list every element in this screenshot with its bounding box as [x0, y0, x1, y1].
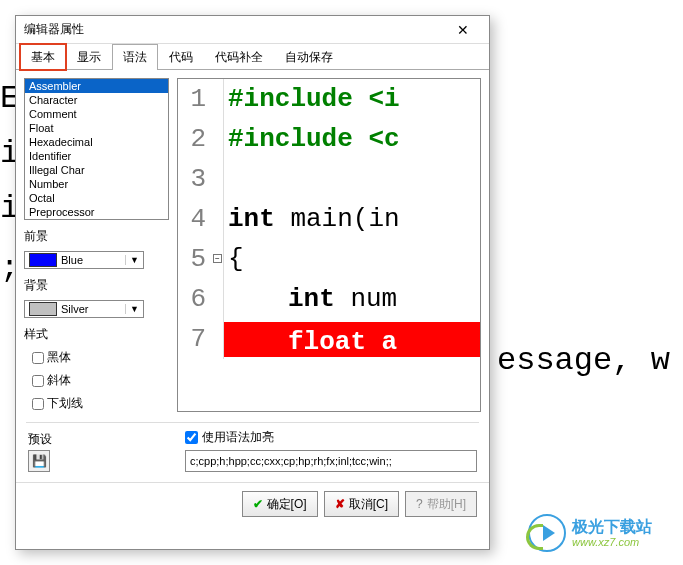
checkbox-input[interactable] — [32, 398, 44, 410]
checkbox-label: 使用语法加亮 — [202, 429, 274, 446]
button-label: 帮助[H] — [427, 496, 466, 513]
token-listbox[interactable]: Assembler Character Comment Float Hexade… — [24, 78, 169, 220]
foreground-combo[interactable]: Blue ▼ — [24, 251, 144, 269]
close-icon: ✕ — [457, 22, 469, 38]
italic-checkbox[interactable]: 斜体 — [24, 372, 169, 389]
line-number: 4 — [178, 204, 212, 234]
logo-badge-icon — [528, 514, 566, 552]
check-icon: ✔ — [253, 497, 263, 511]
checkbox-label: 下划线 — [47, 395, 83, 412]
background-combo[interactable]: Silver ▼ — [24, 300, 144, 318]
tab-display[interactable]: 显示 — [66, 44, 112, 70]
list-item[interactable]: Hexadecimal — [25, 135, 168, 149]
tab-code[interactable]: 代码 — [158, 44, 204, 70]
tab-syntax[interactable]: 语法 — [112, 44, 158, 70]
foreground-label: 前景 — [24, 228, 169, 245]
keyword-token: int — [288, 284, 335, 314]
checkbox-input[interactable] — [185, 431, 198, 444]
underline-checkbox[interactable]: 下划线 — [24, 395, 169, 412]
x-icon: ✘ — [335, 497, 345, 511]
code-text: num — [335, 284, 397, 314]
list-item[interactable]: Character — [25, 93, 168, 107]
code-text: { — [224, 244, 480, 274]
chevron-down-icon: ▼ — [125, 304, 143, 314]
code-text: main(in — [275, 204, 400, 234]
bold-checkbox[interactable]: 黑体 — [24, 349, 169, 366]
ok-button[interactable]: ✔确定[O] — [242, 491, 318, 517]
left-column: Assembler Character Comment Float Hexade… — [24, 78, 169, 412]
combo-value: Silver — [61, 303, 125, 315]
disk-icon: 💾 — [32, 454, 47, 468]
preset-button[interactable]: 💾 — [28, 450, 50, 472]
background-label: 背景 — [24, 277, 169, 294]
titlebar: 编辑器属性 ✕ — [16, 16, 489, 44]
help-button[interactable]: ?帮助[H] — [405, 491, 477, 517]
checkbox-label: 斜体 — [47, 372, 71, 389]
fold-icon[interactable]: − — [213, 254, 222, 263]
preprocessor-token: #include <i — [228, 84, 400, 114]
list-item[interactable]: Number — [25, 177, 168, 191]
preprocessor-token: #include <c — [228, 124, 400, 154]
list-item[interactable]: Comment — [25, 107, 168, 121]
list-item[interactable]: Preprocessor — [25, 205, 168, 219]
tab-code-completion[interactable]: 代码补全 — [204, 44, 274, 70]
bottom-section: 预设 💾 使用语法加亮 — [16, 425, 489, 476]
separator — [26, 422, 479, 423]
button-label: 取消[C] — [349, 496, 388, 513]
line-number: 3 — [178, 164, 212, 194]
line-number: 2 — [178, 124, 212, 154]
question-icon: ? — [416, 497, 423, 511]
site-logo: 极光下载站 www.xz7.com — [528, 509, 673, 557]
line-number: 6 — [178, 284, 212, 314]
chevron-down-icon: ▼ — [125, 255, 143, 265]
checkbox-label: 黑体 — [47, 349, 71, 366]
dialog-title: 编辑器属性 — [24, 21, 445, 38]
keyword-token: int — [228, 204, 275, 234]
logo-text-url: www.xz7.com — [572, 536, 652, 548]
dialog-body: Assembler Character Comment Float Hexade… — [16, 70, 489, 420]
syntax-highlight-checkbox[interactable]: 使用语法加亮 — [185, 429, 477, 446]
list-item[interactable]: Illegal Char — [25, 163, 168, 177]
style-label: 样式 — [24, 326, 169, 343]
list-item[interactable]: Identifier — [25, 149, 168, 163]
color-swatch — [29, 253, 57, 267]
code-preview: 1#include <i 2#include <c 3 4int main(in… — [177, 78, 481, 412]
list-item[interactable]: Assembler — [25, 79, 168, 93]
button-label: 确定[O] — [267, 496, 307, 513]
tab-bar: 基本 显示 语法 代码 代码补全 自动保存 — [16, 44, 489, 70]
combo-value: Blue — [61, 254, 125, 266]
preset-label: 预设 — [28, 431, 173, 448]
tab-autosave[interactable]: 自动保存 — [274, 44, 344, 70]
line-number: 5 — [178, 244, 212, 274]
list-item[interactable]: Octal — [25, 191, 168, 205]
background-text: essage, w — [497, 342, 670, 379]
color-swatch — [29, 302, 57, 316]
editor-properties-dialog: 编辑器属性 ✕ 基本 显示 语法 代码 代码补全 自动保存 Assembler … — [15, 15, 490, 550]
line-number: 1 — [178, 84, 212, 114]
close-button[interactable]: ✕ — [445, 19, 481, 41]
highlighted-token: float a — [224, 322, 480, 357]
extensions-input[interactable] — [185, 450, 477, 472]
list-item[interactable]: Float — [25, 121, 168, 135]
checkbox-input[interactable] — [32, 352, 44, 364]
button-row: ✔确定[O] ✘取消[C] ?帮助[H] — [16, 482, 489, 525]
checkbox-input[interactable] — [32, 375, 44, 387]
cancel-button[interactable]: ✘取消[C] — [324, 491, 399, 517]
logo-text-cn: 极光下载站 — [572, 518, 652, 536]
list-item[interactable]: Reserved Word — [25, 219, 168, 220]
tab-basic[interactable]: 基本 — [20, 44, 66, 70]
line-number: 7 — [178, 324, 212, 354]
